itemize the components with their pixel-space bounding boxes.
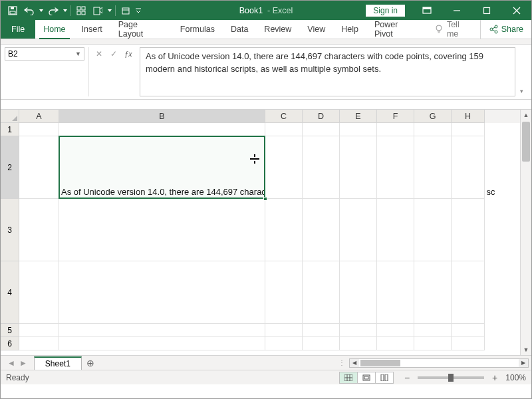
cell-C5[interactable] — [265, 324, 303, 337]
tab-insert[interactable]: Insert — [74, 20, 110, 39]
share-button[interactable]: Share — [480, 20, 531, 39]
cell-E5[interactable] — [340, 324, 377, 337]
sign-in-button[interactable]: Sign in — [366, 5, 405, 17]
cell-E1[interactable] — [340, 123, 377, 136]
tab-home[interactable]: Home — [35, 20, 73, 39]
undo-dropdown-icon[interactable] — [38, 3, 45, 19]
sheet-tab-sheet1[interactable]: Sheet1 — [34, 356, 82, 370]
cell-E6[interactable] — [340, 337, 377, 350]
tab-view[interactable]: View — [299, 20, 333, 39]
formula-bar-expand-icon[interactable]: ▾ — [515, 47, 527, 96]
column-header-C[interactable]: C — [265, 110, 303, 123]
undo-icon[interactable] — [21, 3, 37, 19]
tab-data[interactable]: Data — [223, 20, 256, 39]
cell-G5[interactable] — [414, 324, 452, 337]
cell-E2[interactable] — [340, 136, 377, 199]
cell-A1[interactable] — [19, 123, 59, 136]
cell-G1[interactable] — [414, 123, 452, 136]
cell-B1[interactable] — [59, 123, 265, 136]
qat-icon-1[interactable] — [73, 3, 89, 19]
cell-F6[interactable] — [377, 337, 414, 350]
cell-F2[interactable] — [377, 136, 414, 199]
qat-icon-2[interactable] — [90, 3, 106, 19]
tell-me-search[interactable]: Tell me — [426, 20, 480, 39]
name-box-dropdown-icon[interactable]: ▼ — [75, 51, 81, 57]
row-header-5[interactable]: 5 — [1, 324, 19, 337]
tab-formulas[interactable]: Formulas — [172, 20, 223, 39]
cell-B3[interactable] — [59, 199, 265, 261]
row-header-3[interactable]: 3 — [1, 199, 19, 261]
qat-dropdown-2-icon[interactable] — [106, 3, 113, 19]
cell-D2[interactable] — [303, 136, 340, 199]
redo-dropdown-icon[interactable] — [62, 3, 68, 19]
tab-help[interactable]: Help — [333, 20, 366, 39]
cell-C1[interactable] — [265, 123, 303, 136]
scroll-right-icon[interactable]: ▶ — [519, 359, 528, 367]
cell-D4[interactable] — [303, 261, 340, 324]
select-all-cell[interactable] — [1, 110, 19, 123]
cell-D5[interactable] — [303, 324, 340, 337]
hscroll-thumb[interactable] — [360, 360, 400, 366]
cell-E3[interactable] — [340, 199, 377, 261]
cell-F4[interactable] — [377, 261, 414, 324]
cell-D6[interactable] — [303, 337, 340, 350]
cell-B6[interactable] — [59, 337, 265, 350]
cell-B4[interactable] — [59, 261, 265, 324]
cell-H3[interactable] — [452, 199, 485, 261]
scroll-left-icon[interactable]: ◀ — [350, 359, 359, 367]
cell-F5[interactable] — [377, 324, 414, 337]
cell-C3[interactable] — [265, 199, 303, 261]
redo-icon[interactable] — [45, 3, 61, 19]
tab-review[interactable]: Review — [256, 20, 299, 39]
cell-H4[interactable] — [452, 261, 485, 324]
qat-icon-3[interactable] — [118, 3, 134, 19]
new-sheet-button[interactable]: ⊕ — [82, 356, 99, 370]
row-header-6[interactable]: 6 — [1, 337, 19, 350]
hscroll-splitter-icon[interactable]: ⋮ — [338, 359, 345, 366]
cell-F1[interactable] — [377, 123, 414, 136]
ribbon-display-options-icon[interactable] — [412, 1, 442, 20]
zoom-slider[interactable] — [418, 376, 484, 379]
tab-page-layout[interactable]: Page Layout — [110, 20, 172, 39]
cancel-formula-icon[interactable]: ✕ — [92, 47, 106, 61]
column-header-G[interactable]: G — [414, 110, 452, 123]
vertical-scrollbar[interactable]: ▲ ▼ — [520, 110, 531, 355]
cell-A5[interactable] — [19, 324, 59, 337]
cell-G3[interactable] — [414, 199, 452, 261]
cell-H5[interactable] — [452, 324, 485, 337]
column-header-H[interactable]: H — [452, 110, 485, 123]
cell-F3[interactable] — [377, 199, 414, 261]
cell-C4[interactable] — [265, 261, 303, 324]
save-icon[interactable] — [5, 3, 21, 19]
column-header-D[interactable]: D — [303, 110, 340, 123]
sheet-nav-next-icon[interactable]: ► — [18, 358, 29, 368]
horizontal-scrollbar[interactable]: ◀ ▶ — [349, 358, 529, 368]
row-header-1[interactable]: 1 — [1, 123, 19, 136]
qat-customize-icon[interactable] — [134, 3, 142, 19]
cell-A6[interactable] — [19, 337, 59, 350]
file-tab[interactable]: File — [1, 20, 35, 39]
fx-icon[interactable]: ƒx — [121, 47, 136, 61]
cell-C6[interactable] — [265, 337, 303, 350]
cell-B5[interactable] — [59, 324, 265, 337]
tab-power-pivot[interactable]: Power Pivot — [366, 20, 426, 39]
minimize-button[interactable] — [442, 1, 471, 20]
enter-formula-icon[interactable]: ✓ — [106, 47, 121, 61]
cell-A2[interactable] — [19, 136, 59, 199]
cell-D1[interactable] — [303, 123, 340, 136]
scroll-down-icon[interactable]: ▼ — [521, 344, 531, 355]
view-page-layout-button[interactable] — [357, 372, 376, 384]
cell-G4[interactable] — [414, 261, 452, 324]
fill-handle[interactable] — [263, 197, 267, 201]
view-normal-button[interactable] — [339, 372, 358, 384]
view-page-break-button[interactable] — [375, 372, 394, 384]
name-box[interactable]: B2 ▼ — [5, 47, 84, 61]
row-header-4[interactable]: 4 — [1, 261, 19, 324]
cell-A4[interactable] — [19, 261, 59, 324]
scroll-up-icon[interactable]: ▲ — [521, 110, 531, 120]
cell-E4[interactable] — [340, 261, 377, 324]
cell-C2[interactable] — [265, 136, 303, 199]
sheet-nav-prev-icon[interactable]: ◄ — [6, 358, 17, 368]
cell-D3[interactable] — [303, 199, 340, 261]
cell-H6[interactable] — [452, 337, 485, 350]
